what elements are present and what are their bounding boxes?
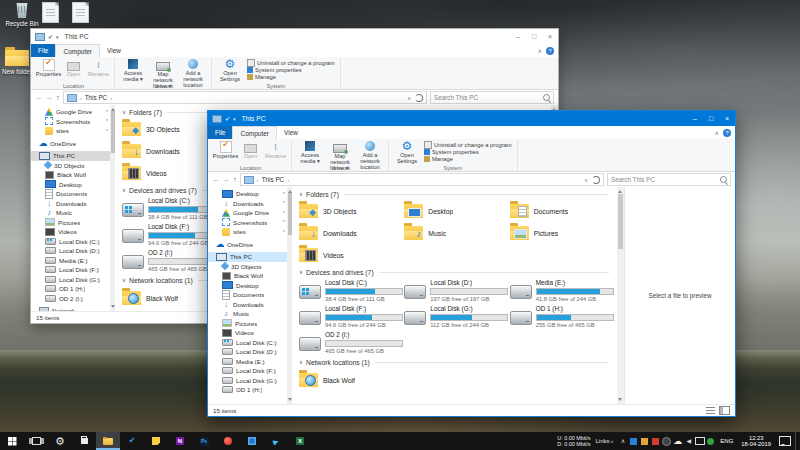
- breadcrumb[interactable]: › This PC › ∨: [63, 91, 427, 104]
- sidebar-item[interactable]: Local Disk (G:): [208, 376, 292, 386]
- folder-item[interactable]: Documents: [510, 200, 615, 222]
- language-indicator[interactable]: ENG: [720, 438, 733, 444]
- drive-item[interactable]: Local Disk (D:) 197 GB free of 197 GB: [404, 278, 509, 304]
- sidebar-item[interactable]: Screenshots *: [208, 218, 292, 228]
- access-media-button[interactable]: Access media ▾: [118, 58, 148, 82]
- uninstall-button[interactable]: Uninstall or change a program: [424, 141, 512, 148]
- desktop-icon-new-folder[interactable]: New folder: [0, 50, 34, 75]
- red-circle-app[interactable]: [216, 432, 240, 450]
- explorer-window-front[interactable]: ✔ ▾ This PC – □ × File Computer View ∧ ?…: [207, 110, 736, 417]
- sidebar-item[interactable]: Desktop: [208, 281, 292, 291]
- qat-dropdown-icon[interactable]: ▾: [233, 116, 236, 122]
- drive-item[interactable]: Local Disk (F:) 94.6 GB free of 244 GB: [299, 304, 404, 330]
- properties-qat-icon[interactable]: ✔: [48, 33, 53, 40]
- up-button[interactable]: ↑: [56, 94, 60, 102]
- network-location-item[interactable]: Black Wolf: [299, 368, 404, 392]
- sidebar-item[interactable]: Local Disk (C:): [31, 237, 115, 247]
- network-section-header[interactable]: ∨ Network locations (1): [299, 356, 609, 368]
- sidebar-item[interactable]: Documents: [208, 290, 292, 300]
- sidebar-item[interactable]: Local Disk (D:): [208, 347, 292, 357]
- desktop-icon-recycle-bin[interactable]: Recycle Bin: [4, 3, 40, 27]
- sidebar-item[interactable]: Music: [208, 309, 292, 319]
- sidebar-item[interactable]: Downloads *: [208, 199, 292, 209]
- sidebar-item[interactable]: Local Disk (G:): [31, 275, 115, 285]
- folder-item[interactable]: Desktop: [404, 200, 509, 222]
- folder-item[interactable]: Pictures: [510, 222, 615, 244]
- back-button[interactable]: ←: [35, 94, 43, 102]
- sidebar-item[interactable]: Media (E:): [31, 256, 115, 266]
- properties-button[interactable]: ✔ Properties: [36, 58, 61, 82]
- close-button[interactable]: ×: [542, 29, 558, 44]
- task-view-button[interactable]: [24, 432, 48, 450]
- sidebar-item[interactable]: Black Wolf: [208, 271, 292, 281]
- drive-item[interactable]: OD 2 (I:) 465 GB free of 465 GB: [299, 330, 404, 356]
- manage-button[interactable]: Manage: [247, 74, 335, 80]
- quick-access-toolbar[interactable]: ✔ ▾: [212, 115, 236, 123]
- sidebar-item[interactable]: Screenshots *: [31, 117, 115, 127]
- taskbar-clock[interactable]: 12:23 18-04-2019: [741, 435, 771, 448]
- sidebar-item[interactable]: Local Disk (F:): [31, 265, 115, 275]
- breadcrumb-path[interactable]: This PC: [262, 176, 284, 183]
- uninstall-button[interactable]: Uninstall or change a program: [247, 59, 335, 66]
- manage-button[interactable]: Manage: [424, 156, 512, 162]
- maximize-button[interactable]: □: [526, 29, 542, 44]
- tab-view[interactable]: View: [277, 126, 305, 139]
- drive-item[interactable]: OD 1 (H:) 255 GB free of 465 GB: [510, 304, 615, 330]
- defender-icon[interactable]: [661, 432, 672, 450]
- minimize-button[interactable]: –: [687, 111, 703, 126]
- breadcrumb[interactable]: › This PC › ∨: [240, 173, 604, 186]
- show-desktop-button[interactable]: [795, 432, 800, 450]
- sidebar-item[interactable]: sites *: [31, 126, 115, 136]
- maximize-button[interactable]: □: [703, 111, 719, 126]
- add-network-location-button[interactable]: Add a network location: [355, 140, 385, 164]
- forward-button[interactable]: →: [223, 176, 231, 184]
- open-button[interactable]: Open: [61, 58, 86, 82]
- volume-icon[interactable]: ◀: [683, 432, 694, 450]
- tray-app-red[interactable]: [650, 432, 661, 450]
- address-dropdown-icon[interactable]: ∨: [584, 177, 588, 183]
- sidebar-item[interactable]: Local Disk (F:): [208, 366, 292, 376]
- collapse-ribbon-icon[interactable]: ∧: [538, 47, 542, 54]
- checkmark-app[interactable]: ✔: [120, 432, 144, 450]
- minimize-button[interactable]: –: [510, 29, 526, 44]
- sidebar-item[interactable]: Local Disk (D:): [31, 246, 115, 256]
- excel-app[interactable]: X: [288, 432, 312, 450]
- refresh-icon[interactable]: [592, 176, 600, 184]
- photoshop-app[interactable]: Ps: [192, 432, 216, 450]
- search-input[interactable]: Search This PC: [430, 91, 554, 104]
- sidebar-item[interactable]: Google Drive *: [208, 208, 292, 218]
- folder-item[interactable]: 3D Objects: [299, 200, 404, 222]
- drives-section-header[interactable]: ∨ Devices and drives (7): [299, 266, 609, 278]
- help-icon[interactable]: ?: [723, 129, 731, 137]
- sidebar-scrollbar[interactable]: [287, 187, 292, 404]
- sidebar-item[interactable]: Videos: [31, 227, 115, 237]
- sidebar-item[interactable]: Documents: [31, 189, 115, 199]
- sidebar-item[interactable]: 3D Objects: [208, 262, 292, 272]
- desktop-icon-file-1[interactable]: [42, 2, 59, 23]
- tray-app-green[interactable]: [705, 432, 716, 450]
- help-icon[interactable]: ?: [546, 47, 554, 55]
- sidebar-item[interactable]: Music: [31, 208, 115, 218]
- sidebar-item[interactable]: OneDrive: [208, 240, 292, 250]
- sticky-notes-app[interactable]: [144, 432, 168, 450]
- sidebar-item[interactable]: Black Wolf: [31, 170, 115, 180]
- up-button[interactable]: ↑: [233, 176, 237, 184]
- file-explorer-app[interactable]: [96, 432, 120, 450]
- qat-dropdown-icon[interactable]: ▾: [56, 34, 59, 40]
- close-button[interactable]: ×: [719, 111, 735, 126]
- open-button[interactable]: Open: [238, 140, 263, 164]
- sidebar-item[interactable]: 3D Objects: [31, 161, 115, 171]
- map-network-drive-button[interactable]: Map network drive ▾: [325, 140, 355, 164]
- open-settings-button[interactable]: ⚙ Open Settings: [215, 58, 245, 82]
- sidebar-item[interactable]: Local Disk (C:): [208, 338, 292, 348]
- address-dropdown-icon[interactable]: ∨: [407, 95, 411, 101]
- rename-button[interactable]: I Rename: [86, 58, 111, 82]
- drive-item[interactable]: Media (E:) 41.8 GB free of 244 GB: [510, 278, 615, 304]
- links-toolbar[interactable]: Links »: [596, 438, 614, 444]
- tab-file[interactable]: File: [208, 126, 232, 139]
- tab-computer[interactable]: Computer: [232, 126, 277, 139]
- hidden-icons-chevron[interactable]: ∧: [617, 432, 628, 450]
- drive-item[interactable]: Local Disk (C:) 38.4 GB free of 111 GB: [299, 278, 404, 304]
- sidebar-item[interactable]: Google Drive *: [31, 107, 115, 117]
- tab-computer[interactable]: Computer: [55, 44, 100, 57]
